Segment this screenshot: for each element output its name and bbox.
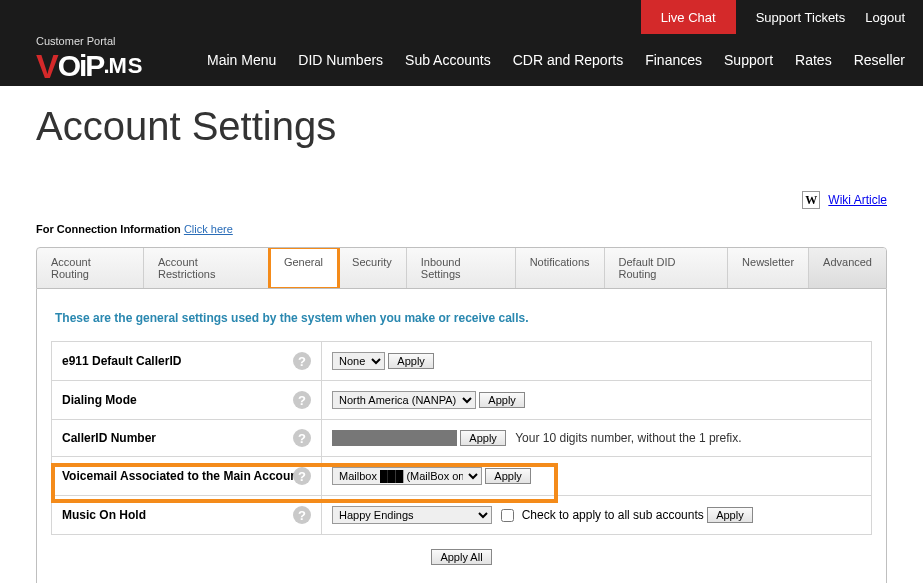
help-icon[interactable]: ? bbox=[293, 467, 311, 485]
tab-account-routing[interactable]: Account Routing bbox=[37, 248, 144, 288]
page-body: Account Settings W Wiki Article For Conn… bbox=[0, 86, 923, 583]
moh-checkbox-label: Check to apply to all sub accounts bbox=[522, 508, 704, 522]
brand-logo[interactable]: VOiP.MS bbox=[36, 47, 144, 86]
tab-default-did-routing[interactable]: Default DID Routing bbox=[605, 248, 729, 288]
moh-select[interactable]: Happy Endings bbox=[332, 506, 492, 524]
callerid-label: CallerID Number bbox=[62, 431, 156, 445]
settings-panel: These are the general settings used by t… bbox=[36, 289, 887, 583]
nav-did-numbers[interactable]: DID Numbers bbox=[298, 52, 383, 68]
help-icon[interactable]: ? bbox=[293, 506, 311, 524]
tab-advanced[interactable]: Advanced bbox=[809, 248, 886, 288]
moh-apply-all-checkbox[interactable] bbox=[501, 509, 514, 522]
nav-sub-accounts[interactable]: Sub Accounts bbox=[405, 52, 491, 68]
voicemail-label: Voicemail Associated to the Main Account bbox=[62, 469, 302, 483]
callerid-input[interactable] bbox=[332, 430, 457, 446]
settings-table: e911 Default CallerID ? None Apply Diali… bbox=[51, 341, 872, 535]
help-icon[interactable]: ? bbox=[293, 352, 311, 370]
brand-block: Customer Portal VOiP.MS bbox=[36, 35, 144, 86]
nav-main-menu[interactable]: Main Menu bbox=[207, 52, 276, 68]
top-bar-lower: Customer Portal VOiP.MS Main Menu DID Nu… bbox=[0, 34, 923, 86]
tab-general[interactable]: General bbox=[270, 248, 338, 288]
e911-apply-button[interactable]: Apply bbox=[388, 353, 434, 369]
tab-security[interactable]: Security bbox=[338, 248, 407, 288]
row-e911: e911 Default CallerID ? None Apply bbox=[52, 342, 872, 381]
nav-support[interactable]: Support bbox=[724, 52, 773, 68]
moh-label: Music On Hold bbox=[62, 508, 146, 522]
wiki-article-link[interactable]: Wiki Article bbox=[828, 193, 887, 207]
tab-account-restrictions[interactable]: Account Restrictions bbox=[144, 248, 270, 288]
connection-info-prefix: For Connection Information bbox=[36, 223, 184, 235]
e911-select[interactable]: None bbox=[332, 352, 385, 370]
logout-link[interactable]: Logout bbox=[865, 10, 905, 25]
brand-subtitle: Customer Portal bbox=[36, 35, 144, 47]
row-moh: Music On Hold ? Happy Endings Check to a… bbox=[52, 496, 872, 535]
dialing-apply-button[interactable]: Apply bbox=[479, 392, 525, 408]
row-voicemail: Voicemail Associated to the Main Account… bbox=[52, 457, 872, 496]
nav-rates[interactable]: Rates bbox=[795, 52, 832, 68]
voicemail-select[interactable]: Mailbox ███ (MailBox one) bbox=[332, 467, 482, 485]
callerid-hint: Your 10 digits number, without the 1 pre… bbox=[515, 431, 741, 445]
tab-newsletter[interactable]: Newsletter bbox=[728, 248, 809, 288]
tab-notifications[interactable]: Notifications bbox=[516, 248, 605, 288]
wiki-row: W Wiki Article bbox=[36, 185, 887, 223]
wiki-icon: W bbox=[802, 191, 820, 209]
apply-all-button[interactable]: Apply All bbox=[431, 549, 491, 565]
dialing-mode-label: Dialing Mode bbox=[62, 393, 137, 407]
live-chat-link[interactable]: Live Chat bbox=[641, 0, 736, 34]
tab-strip: Account Routing Account Restrictions Gen… bbox=[36, 247, 887, 289]
connection-info-line: For Connection Information Click here bbox=[36, 223, 887, 235]
apply-all-row: Apply All bbox=[51, 549, 872, 565]
voicemail-apply-button[interactable]: Apply bbox=[485, 468, 531, 484]
support-tickets-link[interactable]: Support Tickets bbox=[756, 10, 846, 25]
top-bar-upper: Live Chat Support Tickets Logout bbox=[0, 0, 923, 34]
e911-label: e911 Default CallerID bbox=[62, 354, 181, 368]
intro-text: These are the general settings used by t… bbox=[55, 311, 872, 325]
top-bar: Live Chat Support Tickets Logout Custome… bbox=[0, 0, 923, 86]
page-title: Account Settings bbox=[36, 104, 887, 149]
nav-finances[interactable]: Finances bbox=[645, 52, 702, 68]
row-dialing-mode: Dialing Mode ? North America (NANPA) App… bbox=[52, 381, 872, 420]
dialing-mode-select[interactable]: North America (NANPA) bbox=[332, 391, 476, 409]
moh-apply-button[interactable]: Apply bbox=[707, 507, 753, 523]
main-nav: Main Menu DID Numbers Sub Accounts CDR a… bbox=[207, 52, 905, 68]
help-icon[interactable]: ? bbox=[293, 391, 311, 409]
connection-info-link[interactable]: Click here bbox=[184, 223, 233, 235]
nav-cdr-reports[interactable]: CDR and Reports bbox=[513, 52, 624, 68]
help-icon[interactable]: ? bbox=[293, 429, 311, 447]
tab-inbound-settings[interactable]: Inbound Settings bbox=[407, 248, 516, 288]
nav-reseller[interactable]: Reseller bbox=[854, 52, 905, 68]
row-callerid: CallerID Number ? Apply Your 10 digits n… bbox=[52, 420, 872, 457]
callerid-apply-button[interactable]: Apply bbox=[460, 430, 506, 446]
